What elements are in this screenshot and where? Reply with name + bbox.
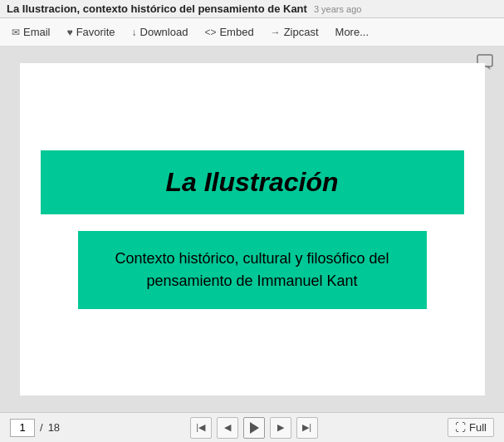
- embed-label: Embed: [219, 26, 253, 38]
- slide-subtitle-box: Contexto histórico, cultural y filosófic…: [78, 231, 427, 309]
- favorite-button[interactable]: ♥ Favorite: [59, 22, 124, 42]
- page-indicator: / 18: [10, 419, 60, 437]
- last-page-icon: ▶|: [302, 422, 311, 433]
- more-label: More...: [335, 26, 369, 38]
- favorite-label: Favorite: [76, 26, 115, 38]
- prev-page-icon: ◀: [224, 422, 231, 433]
- time-ago: 3 years ago: [314, 4, 361, 14]
- slide: La Ilustración Contexto histórico, cultu…: [20, 63, 485, 395]
- nav-bar: / 18 |◀ ◀ ▶ ▶| ⛶ Full: [0, 412, 504, 442]
- fullscreen-label: Full: [469, 421, 487, 434]
- more-button[interactable]: More...: [327, 22, 377, 42]
- first-page-icon: |◀: [196, 422, 205, 433]
- heart-icon: ♥: [67, 27, 73, 38]
- last-page-button[interactable]: ▶|: [296, 417, 318, 439]
- next-page-button[interactable]: ▶: [270, 417, 291, 439]
- total-pages: 18: [48, 421, 60, 434]
- current-page-input[interactable]: [10, 419, 35, 437]
- playback-controls: |◀ ◀ ▶ ▶|: [190, 417, 318, 439]
- title-bar: La Ilustracion, contexto histórico del p…: [0, 0, 504, 18]
- embed-icon: <>: [204, 27, 216, 38]
- prev-page-button[interactable]: ◀: [217, 417, 238, 439]
- email-button[interactable]: ✉ Email: [3, 22, 59, 42]
- fullscreen-icon: ⛶: [455, 421, 466, 434]
- embed-button[interactable]: <> Embed: [196, 22, 262, 42]
- download-label: Download: [140, 26, 188, 38]
- first-page-button[interactable]: |◀: [190, 417, 212, 439]
- next-page-icon: ▶: [277, 422, 284, 433]
- email-label: Email: [23, 26, 51, 38]
- fullscreen-button[interactable]: ⛶ Full: [448, 418, 494, 437]
- download-icon: ↓: [132, 27, 137, 38]
- fullscreen-area: ⛶ Full: [448, 418, 494, 437]
- toolbar: ✉ Email ♥ Favorite ↓ Download <> Embed →…: [0, 18, 504, 47]
- zipcast-icon: →: [271, 27, 281, 38]
- document-title: La Ilustracion, contexto histórico del p…: [7, 2, 307, 15]
- zipcast-button[interactable]: → Zipcast: [262, 22, 327, 42]
- zipcast-label: Zipcast: [284, 26, 319, 38]
- play-icon: [250, 422, 259, 434]
- play-button[interactable]: [243, 417, 265, 439]
- slide-area: La Ilustración Contexto histórico, cultu…: [0, 47, 504, 412]
- email-icon: ✉: [12, 27, 20, 38]
- download-button[interactable]: ↓ Download: [124, 22, 197, 42]
- page-separator: /: [38, 421, 45, 434]
- slide-subtitle: Contexto histórico, cultural y filosófic…: [103, 248, 402, 292]
- slide-title: La Ilustración: [165, 167, 338, 198]
- slide-title-box: La Ilustración: [41, 150, 464, 214]
